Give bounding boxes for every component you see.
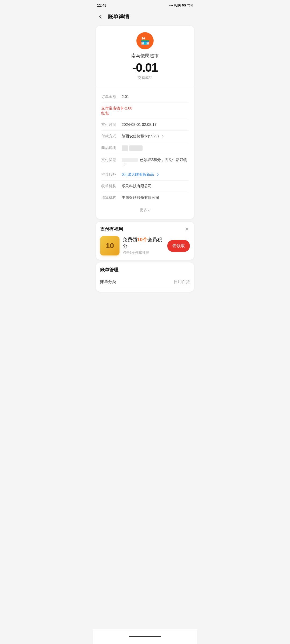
label-product: 商品说明 [101,145,122,150]
detail-row-coupon: 支付宝省钱卡红包 -2.00 [101,103,189,119]
value-order-amount: 2.01 [122,94,189,99]
merchant-section: 🏪 南马便民超市 -0.01 交易成功 [96,26,194,85]
detail-section: 订单金额 2.01 支付宝省钱卡红包 -2.00 支付时间 2024-08-01… [96,89,194,206]
merchant-name: 南马便民超市 [131,53,159,59]
benefit-item: 10 免费领10个会员积分 点击1次停车可得 去领取 [100,236,190,255]
account-label-category: 账单分类 [100,279,116,284]
transaction-amount: -0.01 [132,61,158,74]
label-service: 推荐服务 [101,172,122,177]
label-coupon: 支付宝省钱卡红包 [101,106,124,116]
value-acquirer: 乐刷科技有限公司 [122,184,189,189]
account-section: 账单管理 账单分类 日用百货 [96,262,194,292]
detail-row-payment[interactable]: 付款方式 陕西农信储蓄卡(9929) [101,131,189,142]
main-card: 🏪 南马便民超市 -0.01 交易成功 订单金额 2.01 支付宝省钱卡红包 -… [96,26,194,219]
product-image-blur-1 [122,145,128,151]
detail-row-clearing: 清算机构 中国银联股份有限公司 [101,192,189,203]
value-payment: 陕西农信储蓄卡(9929) [122,134,189,139]
benefit-main-text: 免费领10个会员积分 [123,236,164,249]
detail-row-reward[interactable]: 支付奖励 已领取2积分，去兑生活好物 [101,154,189,169]
chevron-reward-icon [122,163,125,166]
claim-button[interactable]: 去领取 [167,240,190,252]
divider [96,87,194,87]
reward-blur-text [122,158,138,162]
signal-icon: ▪▪▪ [169,3,173,8]
more-label: 更多 [140,208,147,213]
benefit-text-1: 免费领 [123,237,137,242]
chevron-service-icon [155,173,158,176]
wifi-icon: WiFi [174,3,181,8]
back-button[interactable] [97,12,106,21]
merchant-avatar: 🏪 [136,32,154,49]
benefits-card: 支付有福利 ✕ 10 免费领10个会员积分 点击1次停车可得 去领取 [96,222,194,260]
transaction-status: 交易成功 [137,75,153,80]
5g-icon: 5G [182,4,186,7]
account-row-category: 账单分类 日用百货 [100,277,190,287]
account-value-category: 日用百货 [174,279,190,284]
benefit-sub-text: 点击1次停车可得 [123,250,164,255]
detail-row-product: 商品说明 [101,142,189,154]
status-bar: 11:48 ▪▪▪ WiFi 5G 76% [93,0,197,10]
value-coupon: -2.00 [124,106,189,110]
chevron-down-icon [148,208,151,211]
value-service: 0元试大牌美妆新品 [122,172,189,177]
label-reward: 支付奖励 [101,158,122,162]
account-title: 账单管理 [100,267,190,273]
page-title: 账单详情 [108,13,129,20]
status-icons: ▪▪▪ WiFi 5G 76% [169,3,193,8]
benefits-header: 支付有福利 ✕ [100,226,190,232]
benefit-text: 免费领10个会员积分 点击1次停车可得 [123,236,164,255]
coin-badge: 10 [100,236,119,255]
battery-icon: 76% [187,4,193,7]
label-payment: 付款方式 [101,134,122,139]
shop-icon: 🏪 [140,36,150,45]
value-time: 2024-08-01 02:08:17 [122,122,189,127]
label-order-amount: 订单金额 [101,94,122,99]
coin-number: 10 [106,241,114,250]
value-clearing: 中国银联股份有限公司 [122,195,189,200]
benefits-title: 支付有福利 [100,226,123,232]
product-image-blur-2 [129,145,143,151]
detail-row-service[interactable]: 推荐服务 0元试大牌美妆新品 [101,169,189,181]
value-reward: 已领取2积分，去兑生活好物 [122,158,189,166]
status-time: 11:48 [97,3,107,8]
benefit-highlight: 10个 [137,237,147,242]
bottom-spacing [93,294,197,316]
value-product [122,145,189,151]
close-benefits-button[interactable]: ✕ [183,226,190,232]
detail-row-time: 支付时间 2024-08-01 02:08:17 [101,119,189,131]
detail-row-acquirer: 收单机构 乐刷科技有限公司 [101,181,189,192]
detail-row-order-amount: 订单金额 2.01 [101,91,189,103]
page-header: 账单详情 [93,10,197,24]
label-acquirer: 收单机构 [101,184,122,189]
label-clearing: 清算机构 [101,195,122,200]
chevron-payment-icon [161,135,164,138]
label-time: 支付时间 [101,122,122,127]
back-arrow-icon [99,15,103,19]
more-button[interactable]: 更多 [96,206,194,215]
